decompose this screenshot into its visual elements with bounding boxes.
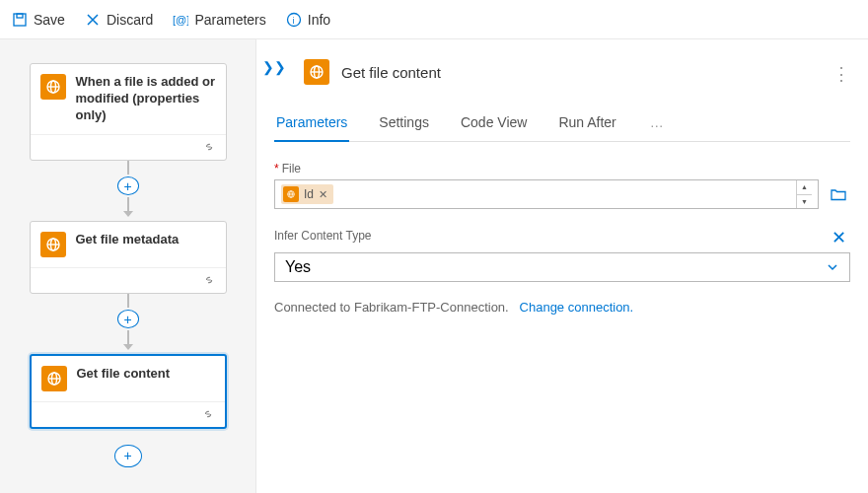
node-title: When a file is added or modified (proper…	[76, 74, 216, 124]
node-title: Get file content	[77, 366, 171, 383]
discard-label: Discard	[107, 12, 153, 28]
remove-token-button[interactable]: ✕	[319, 188, 327, 201]
ftp-icon	[40, 232, 66, 257]
details-panel: ❯❯ ⋮ Get file content Parameters Setting…	[256, 39, 868, 493]
svg-rect-0	[14, 14, 26, 26]
link-icon	[202, 140, 216, 154]
connector	[127, 197, 129, 212]
add-step-button[interactable]: +	[117, 176, 139, 194]
browse-folder-button[interactable]	[827, 182, 850, 206]
infer-label: Infer Content Type	[274, 229, 820, 243]
info-icon: i	[286, 12, 302, 28]
workflow-node-metadata[interactable]: Get file metadata	[30, 221, 227, 294]
tab-parameters[interactable]: Parameters	[274, 108, 349, 142]
connector	[127, 330, 129, 345]
info-label: Info	[308, 12, 330, 28]
info-button[interactable]: i Info	[286, 12, 330, 28]
infer-content-type-field: Infer Content Type ✕ Yes	[274, 227, 850, 282]
save-label: Save	[34, 12, 65, 28]
tab-run-after[interactable]: Run After	[556, 108, 617, 142]
collapse-panel-button[interactable]: ❯❯	[262, 59, 286, 75]
svg-text:[@]: [@]	[173, 14, 188, 26]
add-step-button[interactable]: +	[114, 445, 142, 467]
connection-info: Connected to Fabrikam-FTP-Connection. Ch…	[274, 300, 850, 315]
ftp-icon	[283, 186, 299, 202]
svg-rect-1	[17, 14, 23, 18]
change-connection-link[interactable]: Change connection.	[520, 300, 634, 315]
workflow-canvas[interactable]: When a file is added or modified (proper…	[0, 39, 256, 493]
close-icon	[85, 12, 101, 28]
step-up-icon[interactable]: ▲	[797, 180, 812, 194]
chevron-down-icon	[826, 260, 839, 274]
workflow-node-content[interactable]: Get file content	[30, 354, 227, 429]
parameters-button[interactable]: [@] Parameters	[173, 12, 265, 28]
tab-settings[interactable]: Settings	[377, 108, 431, 142]
infer-content-type-select[interactable]: Yes	[274, 252, 850, 282]
value-stepper[interactable]: ▲ ▼	[796, 180, 812, 208]
node-title: Get file metadata	[76, 232, 180, 248]
arrow-icon	[123, 344, 133, 350]
panel-title: Get file content	[341, 64, 441, 81]
select-value: Yes	[285, 258, 311, 276]
dynamic-token-id[interactable]: Id ✕	[281, 184, 333, 204]
ftp-icon	[41, 366, 67, 391]
link-icon	[202, 273, 216, 287]
file-label: File	[282, 162, 301, 176]
required-indicator: *	[274, 162, 279, 176]
save-button[interactable]: Save	[12, 12, 65, 28]
ftp-icon	[40, 74, 66, 100]
remove-parameter-button[interactable]: ✕	[828, 227, 850, 248]
token-label: Id	[304, 187, 314, 201]
save-icon	[12, 12, 28, 28]
tab-code-view[interactable]: Code View	[459, 108, 529, 142]
tab-bar: Parameters Settings Code View Run After …	[274, 108, 850, 142]
connector	[127, 161, 129, 176]
more-menu-button[interactable]: ⋮	[832, 63, 850, 85]
parameters-icon: [@]	[173, 12, 188, 28]
arrow-icon	[123, 211, 133, 217]
connector	[127, 294, 129, 309]
workflow-node-trigger[interactable]: When a file is added or modified (proper…	[30, 63, 227, 161]
connection-text: Connected to Fabrikam-FTP-Connection.	[274, 300, 509, 315]
svg-text:i: i	[292, 15, 294, 25]
discard-button[interactable]: Discard	[85, 12, 153, 28]
step-down-icon[interactable]: ▼	[797, 194, 812, 209]
ftp-icon	[304, 59, 329, 85]
parameters-label: Parameters	[194, 12, 265, 28]
toolbar: Save Discard [@] Parameters i Info	[0, 0, 868, 39]
folder-icon	[830, 185, 847, 203]
add-step-button[interactable]: +	[117, 310, 139, 327]
link-icon	[201, 407, 215, 421]
file-input[interactable]: Id ✕ ▲ ▼	[274, 179, 819, 209]
file-field: *File Id ✕ ▲ ▼	[274, 162, 850, 209]
tab-overflow-button[interactable]: …	[646, 108, 668, 141]
